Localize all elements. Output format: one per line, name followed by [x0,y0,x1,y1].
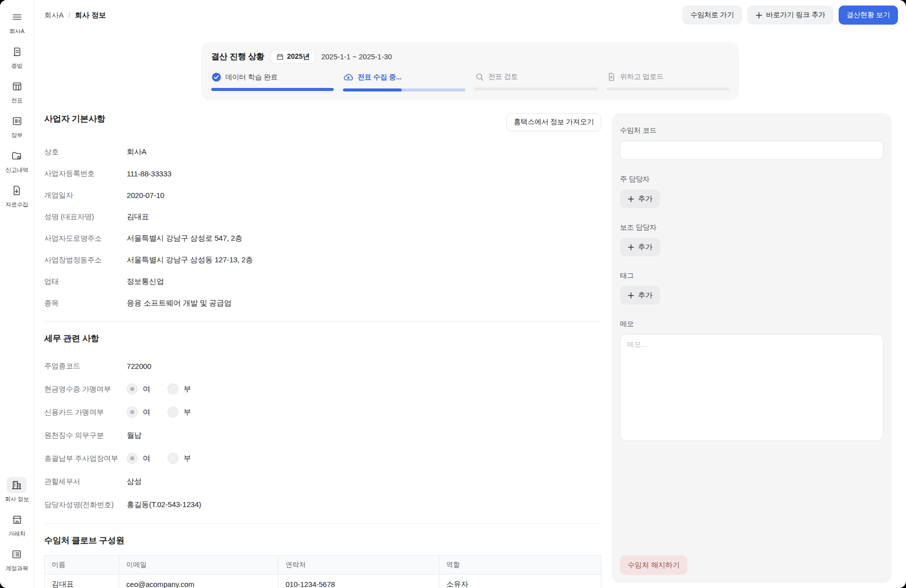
radio-yes[interactable] [127,453,138,464]
field-row: 사업자도로명주소서울특별시 강남구 삼성로 547, 2층 [44,228,601,249]
plus-icon [627,195,635,203]
breadcrumb-current: 회사 정보 [75,11,106,20]
add-primary-manager-button[interactable]: 추가 [620,189,660,208]
field-label: 성명 (대표자명) [44,212,127,222]
radio-yes-label: 여 [143,408,150,417]
sidebar-item-slips[interactable]: 전표 [7,78,27,105]
member-role: 소유자 [439,574,601,588]
year-selector[interactable]: 2025년 [270,50,315,64]
table-row[interactable]: 김대표 ceo@acompany.com 010-1234-5678 소유자 [45,574,601,588]
field-row: 원천징수 의무구분월납 [44,424,601,447]
field-value: 월납 [127,431,142,440]
field-label: 사업자등록번호 [44,169,127,178]
field-row: 현금영수증 가맹여부 여 부 [44,377,601,401]
progress-steps: 데이터 학습 완료 전표 수집 중... [211,72,729,91]
member-email: ceo@acompany.com [119,574,279,588]
radio-yes[interactable] [127,383,138,395]
tax-info-fields: 주업종코드722000 현금영수증 가맹여부 여 부 신용카드 가맹여부 여 부 [44,354,601,516]
sidebar-item-label: 신고내역 [6,166,28,174]
file-upload-icon [606,72,616,82]
step-label: 위하고 업로드 [620,72,664,81]
field-label: 신용카드 가맹여부 [44,408,127,417]
member-name: 김대표 [45,574,119,588]
breadcrumb-separator: / [68,11,70,19]
field-row: 사업자등록번호111-88-33333 [44,163,601,184]
sidebar-item-partners[interactable]: 거래처 [7,512,27,538]
field-label: 현금영수증 가맹여부 [44,384,127,394]
field-label: 담당자성명(전화번호) [44,500,127,510]
sidebar-item-ledger[interactable]: 장부 [7,113,27,139]
field-value: 삼성 [127,477,142,486]
terminate-client-label: 수임처 해지하기 [627,560,680,570]
breadcrumb: 회사A / 회사 정보 [44,11,106,20]
field-label: 상호 [44,147,127,157]
ledger-icon [11,115,23,127]
field-row: 종목응용 소프트웨어 개발 및 공급업 [44,292,601,314]
header-actions: 수임처로 가기 바로가기 링크 추가 결산현황 보기 [682,6,898,25]
storefront-icon [11,514,23,526]
column-header-name: 이름 [45,556,119,574]
radio-no[interactable] [167,383,178,395]
field-value: 서울특별시 강남구 삼성동 127-13, 2층 [127,255,253,265]
progress-step-slip-collection: 전표 수집 중... [343,72,466,91]
sidebar-item-accounts[interactable]: 계정과목 [6,546,28,572]
field-row: 상호회사A [44,141,601,163]
add-secondary-manager-button[interactable]: 추가 [620,238,660,256]
field-row: 신용카드 가맹여부 여 부 [44,401,601,424]
add-tag-button[interactable]: 추가 [620,286,660,305]
hometax-import-button[interactable]: 홈택스에서 정보 가져오기 [506,113,601,131]
secondary-manager-label: 보조 담당자 [620,223,883,232]
column-header-phone: 연락처 [278,556,439,574]
hometax-import-label: 홈택스에서 정보 가져오기 [514,118,594,127]
field-value: 2020-07-10 [127,191,164,200]
sidebar-item-evidence[interactable]: 증빙 [7,44,27,70]
step-label: 데이터 학습 완료 [225,73,278,82]
field-row: 사업장법정동주소서울특별시 강남구 삼성동 127-13, 2층 [44,249,601,271]
client-code-input[interactable] [620,141,883,160]
client-code-label: 수임처 코드 [620,126,883,135]
section-divider [44,321,601,322]
progress-step-data-learning: 데이터 학습 완료 [211,72,334,91]
view-settlement-button[interactable]: 결산현황 보기 [839,6,898,25]
sidebar-item-filings[interactable]: 신고내역 [6,148,28,174]
field-label: 사업자도로명주소 [44,234,127,243]
progress-title: 결산 진행 상황 [211,51,264,62]
field-label: 관할세무서 [44,477,127,486]
sidebar-menu-toggle[interactable]: 회사A [7,9,27,35]
client-side-panel: 수임처 코드 주 담당자 추가 보조 담당자 [612,113,891,583]
sidebar-item-data-collection[interactable]: 자료수집 [6,182,28,209]
column-header-email: 이메일 [119,556,279,574]
radio-yes-label: 여 [143,454,150,463]
radio-no-label: 부 [184,454,191,463]
sidebar-item-label: 전표 [11,97,23,105]
step-label: 전표 수집 중... [357,73,401,82]
field-label: 사업장법정동주소 [44,255,127,265]
field-label: 개업일자 [44,190,127,200]
memo-textarea[interactable] [620,334,883,441]
company-info-content: 사업자 기본사항 홈택스에서 정보 가져오기 상호회사A 사업자등록번호111-… [44,113,601,588]
table-columns-icon [11,80,23,92]
tag-label: 태그 [620,271,883,280]
radio-yes[interactable] [127,407,138,418]
terminate-client-button[interactable]: 수임처 해지하기 [620,555,687,575]
memo-label: 메모 [620,320,883,329]
year-badge-label: 2025년 [287,52,310,61]
go-client-button[interactable]: 수임처로 가기 [682,6,742,25]
sidebar-item-label: 계정과목 [6,565,28,572]
field-row: 개업일자2020-07-10 [44,184,601,206]
breadcrumb-company[interactable]: 회사A [44,11,64,20]
sidebar-item-company-info[interactable]: 회사 정보 [5,477,29,503]
sidebar-company-label: 회사A [9,28,24,35]
basic-info-fields: 상호회사A 사업자등록번호111-88-33333 개업일자2020-07-10… [44,141,601,314]
calendar-icon [276,53,284,61]
radio-no[interactable] [167,453,178,464]
folder-check-icon [11,150,23,162]
add-shortcut-label: 바로가기 링크 추가 [766,11,826,20]
table-header-row: 이름 이메일 연락처 역할 [45,556,601,574]
field-value: 김대표 [127,212,149,222]
add-shortcut-button[interactable]: 바로가기 링크 추가 [747,6,834,25]
field-row: 총괄납부 주사업장여부 여 부 [44,447,601,470]
radio-no[interactable] [167,407,178,418]
field-row: 성명 (대표자명)김대표 [44,206,601,228]
radio-no-label: 부 [184,384,191,394]
